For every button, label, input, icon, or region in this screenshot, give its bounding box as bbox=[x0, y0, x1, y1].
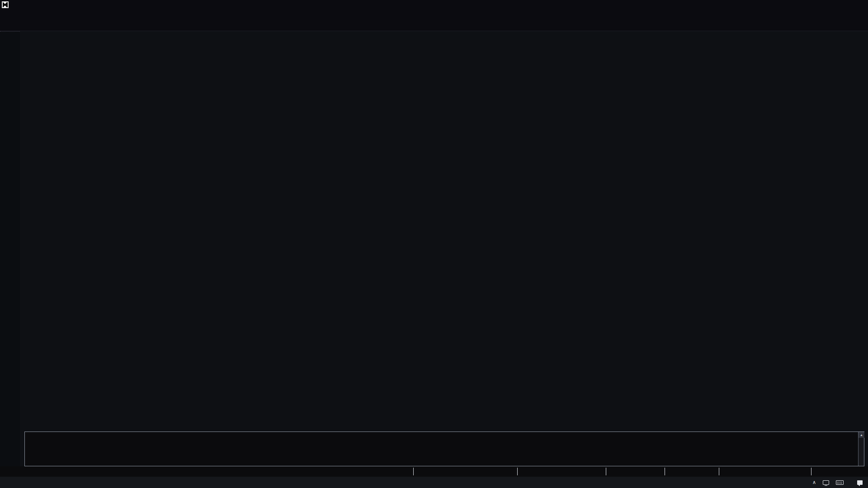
system-tray: ∧ bbox=[812, 480, 868, 485]
messages-list[interactable] bbox=[24, 432, 864, 466]
mdi-area bbox=[20, 31, 868, 466]
minimize-button[interactable] bbox=[819, 0, 835, 9]
tool-palette bbox=[0, 31, 20, 466]
status-empty-1 bbox=[606, 468, 665, 475]
status-snap-grid bbox=[811, 468, 868, 475]
main-toolbar bbox=[0, 19, 868, 31]
messages-title bbox=[24, 425, 864, 432]
keyboard-icon[interactable] bbox=[836, 480, 844, 485]
status-selection bbox=[517, 468, 606, 475]
messages-panel: ▲ bbox=[24, 425, 864, 466]
status-empty-2 bbox=[665, 468, 719, 475]
tray-chevron-icon[interactable]: ∧ bbox=[812, 480, 816, 485]
app-logo-icon bbox=[2, 1, 9, 8]
close-button[interactable] bbox=[852, 0, 868, 9]
app-titlebar bbox=[0, 0, 868, 9]
app-window: ▲ ∧ bbox=[0, 0, 868, 488]
maximize-button[interactable] bbox=[835, 0, 852, 9]
messages-scrollbar[interactable]: ▲ bbox=[858, 432, 864, 466]
status-empty-3 bbox=[719, 468, 811, 475]
status-bar bbox=[0, 466, 868, 477]
scroll-up-icon[interactable]: ▲ bbox=[859, 432, 864, 438]
status-game-config bbox=[413, 468, 517, 475]
menu-bar bbox=[0, 9, 868, 19]
taskbar: ∧ bbox=[0, 477, 868, 488]
notifications-icon[interactable] bbox=[857, 480, 863, 485]
network-icon[interactable] bbox=[823, 480, 829, 485]
